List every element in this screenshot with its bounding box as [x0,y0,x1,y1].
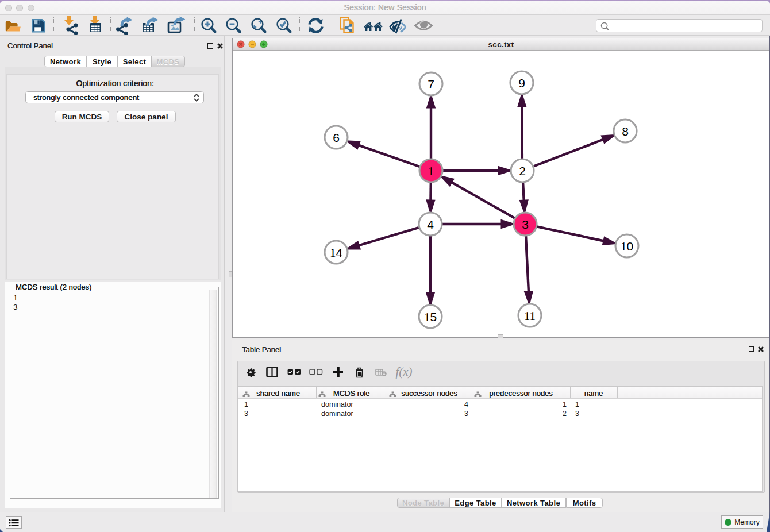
svg-text:3: 3 [522,218,529,231]
svg-text:7: 7 [428,78,434,91]
svg-text:15: 15 [424,310,437,324]
svg-text:4: 4 [427,218,434,231]
svg-text:2: 2 [519,164,526,178]
svg-text:9: 9 [518,76,525,90]
svg-text:8: 8 [622,125,629,138]
svg-text:1: 1 [428,164,434,178]
svg-text:11: 11 [524,309,536,323]
svg-text:10: 10 [621,240,633,253]
svg-text:14: 14 [330,246,343,260]
svg-text:6: 6 [333,131,340,144]
